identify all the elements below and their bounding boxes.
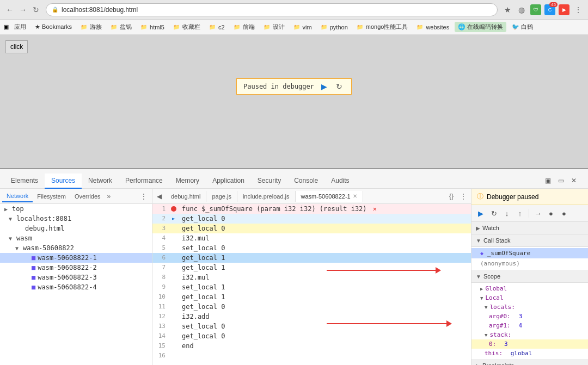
tab-memory[interactable]: Memory	[169, 174, 206, 189]
bookmark-13[interactable]: 🐦 白鹤	[509, 22, 536, 32]
bookmark-1[interactable]: 游族	[77, 22, 105, 32]
tab-label: debug.html	[171, 193, 200, 200]
code-area[interactable]: 1 func $_sumOfSquare (param i32 i32) (re…	[152, 204, 471, 365]
bookmark-7[interactable]: 设计	[260, 22, 288, 32]
resume-ctrl[interactable]: ▶	[475, 207, 487, 219]
expand-icon: ▼	[485, 305, 487, 310]
subtab-filesystem[interactable]: Filesystem	[33, 191, 70, 202]
deactivate-ctrl[interactable]: ●	[545, 207, 557, 219]
tab-audits[interactable]: Audits	[324, 174, 356, 189]
click-button[interactable]: click	[5, 40, 28, 53]
forward-button[interactable]: →	[17, 4, 28, 15]
format-btn[interactable]: {}	[446, 191, 457, 202]
device-icon[interactable]: ▭	[555, 175, 566, 186]
tree-label: wasm-50608822	[23, 244, 74, 252]
tab-performance[interactable]: Performance	[119, 174, 169, 189]
reload-button[interactable]: ↻	[30, 4, 41, 15]
line-content: i32.add	[177, 312, 210, 321]
scope-label: Scope	[483, 273, 500, 280]
tree-item-top[interactable]: ▶ top	[0, 204, 152, 214]
line-number: 7	[152, 263, 170, 273]
bookmark-10[interactable]: mongo性能工具	[353, 22, 412, 32]
bookmark-12[interactable]: 🌐 在线编码转换	[455, 22, 506, 32]
tab-console[interactable]: Console	[287, 174, 324, 189]
step-button[interactable]: ↻	[334, 81, 345, 92]
tab-security[interactable]: Security	[251, 174, 287, 189]
code-line-5: 5 set_local 0	[152, 243, 471, 253]
page-area: click Paused in debugger ▶ ↻	[0, 35, 588, 168]
close-tab-icon[interactable]: ✕	[353, 193, 357, 199]
step-out-ctrl[interactable]: ↑	[514, 207, 526, 219]
bookmark-2[interactable]: 盆锅	[107, 22, 135, 32]
code-line-15: 15 end	[152, 341, 471, 351]
line-content: get_local 0	[177, 224, 225, 233]
line-number: 10	[152, 292, 170, 302]
tree-item-wasm-group[interactable]: ▼ wasm-50608822	[0, 243, 152, 253]
close-devtools-btn[interactable]: ✕	[568, 175, 579, 186]
source-tab-wasm-1[interactable]: wasm-50608822-1 ✕	[296, 191, 363, 202]
tree-item-wasm-4[interactable]: ■ wasm-50608822-4	[0, 282, 152, 292]
tab-elements[interactable]: Elements	[4, 174, 45, 189]
step-ctrl[interactable]: →	[532, 207, 544, 219]
scope-local[interactable]: ▼ Local	[471, 293, 588, 302]
scope-arg0: arg#0: 3	[471, 312, 588, 321]
inspect-icon[interactable]: ▣	[542, 175, 553, 186]
section-arrow-icon: ▶	[476, 363, 480, 366]
source-more-btn[interactable]: ⋮	[458, 191, 469, 202]
tree-item-localhost[interactable]: ▼ localhost:8081	[0, 214, 152, 224]
resume-button[interactable]: ▶	[318, 81, 329, 92]
history-button[interactable]: ◍	[516, 4, 527, 15]
subtab-network[interactable]: Network	[2, 190, 33, 202]
pause-exceptions-ctrl[interactable]: ●	[558, 207, 570, 219]
bookmark-apps[interactable]: 应用	[11, 22, 29, 32]
scope-locals-group[interactable]: ▼ locals:	[471, 302, 588, 312]
bookmark-6[interactable]: 前端	[230, 22, 258, 32]
local-label: Local	[485, 294, 503, 301]
bookmark-bookmarks[interactable]: ★ Bookmarks	[32, 22, 75, 32]
subtab-overrides[interactable]: Overrides	[70, 191, 105, 202]
paused-banner: Paused in debugger ▶ ↻	[236, 78, 352, 95]
tree-item-wasm-2[interactable]: ■ wasm-50608822-2	[0, 263, 152, 273]
bookmark-3[interactable]: html5	[137, 23, 168, 32]
devtools: Elements Sources Network Performance Mem…	[0, 168, 588, 365]
call-stack-item-1[interactable]: ◆ _sumOfSquare	[471, 248, 588, 258]
tree-label: wasm-50608822-1	[38, 254, 96, 262]
scope-section-header[interactable]: ▼ Scope	[471, 270, 588, 283]
source-tab-debug-html[interactable]: debug.html	[166, 191, 206, 202]
back-button[interactable]: ←	[4, 4, 15, 15]
menu-button[interactable]: ⋮	[573, 4, 584, 15]
call-stack-content: ◆ _sumOfSquare (anonymous)	[471, 247, 588, 270]
watch-section-header[interactable]: ▶ Watch	[471, 222, 588, 234]
tree-item-wasm[interactable]: ▼ wasm	[0, 233, 152, 243]
call-stack-section-header[interactable]: ▼ Call Stack	[471, 234, 588, 247]
bookmark-5[interactable]: c2	[206, 23, 228, 32]
address-bar[interactable]: 🔒 localhost:8081/debug.html	[46, 3, 498, 16]
bookmark-9[interactable]: python	[317, 23, 351, 32]
source-tab-back[interactable]: ◀	[152, 190, 166, 203]
bookmark-4[interactable]: 收藏栏	[170, 22, 204, 32]
subtab-more[interactable]: »	[105, 191, 113, 201]
bookmark-11[interactable]: websites	[413, 23, 452, 32]
tree-item-wasm-1[interactable]: ■ wasm-50608822-1	[0, 253, 152, 263]
tab-sources[interactable]: Sources	[45, 174, 82, 189]
step-over-ctrl[interactable]: ↻	[488, 207, 500, 219]
code-line-2: 2 ► get_local 0	[152, 214, 471, 224]
line-content: get_local 1	[177, 263, 225, 273]
lock-icon: 🔒	[52, 7, 58, 13]
tree-label: top	[12, 205, 24, 213]
source-tab-page-js[interactable]: page.js	[206, 191, 237, 202]
breakpoints-section-header[interactable]: ▶ Breakpoints	[471, 360, 588, 365]
star-button[interactable]: ★	[502, 4, 513, 15]
tree-item-wasm-3[interactable]: ■ wasm-50608822-3	[0, 273, 152, 282]
scope-stack-group[interactable]: ▼ stack:	[471, 330, 588, 339]
tab-network[interactable]: Network	[82, 174, 119, 189]
tab-label: wasm-50608822-1	[301, 193, 351, 200]
scope-global[interactable]: ▶ Global	[471, 284, 588, 293]
tab-application[interactable]: Application	[206, 174, 251, 189]
step-into-ctrl[interactable]: ↓	[501, 207, 513, 219]
source-tab-preload[interactable]: include.preload.js	[237, 191, 296, 202]
call-stack-item-2[interactable]: (anonymous)	[471, 258, 588, 269]
sidebar-menu-btn[interactable]: ⋮	[138, 191, 150, 202]
tree-item-debug-html[interactable]: debug.html	[0, 224, 152, 233]
bookmark-8[interactable]: vim	[290, 23, 315, 32]
